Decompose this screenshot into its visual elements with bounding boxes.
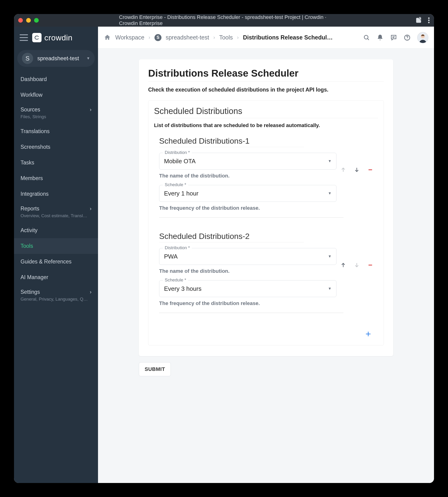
logo[interactable]: crowdin (32, 33, 73, 42)
maximize-window-button[interactable] (34, 18, 39, 23)
add-distribution-button[interactable]: ＋ (364, 329, 372, 338)
distribution-field: Distribution * PWA ▼ (159, 248, 336, 265)
sidebar-item-integrations[interactable]: Integrations (14, 186, 98, 202)
search-icon[interactable] (363, 34, 370, 41)
chevron-right-icon: › (237, 34, 239, 41)
chevron-right-icon: › (213, 34, 215, 41)
select-value: Every 3 hours (164, 285, 201, 292)
block-controls (340, 166, 374, 173)
project-avatar: S (22, 53, 33, 64)
field-label: Distribution * (163, 245, 192, 250)
home-icon[interactable] (104, 34, 111, 41)
extension-icon[interactable] (415, 17, 422, 24)
user-avatar[interactable] (417, 32, 428, 43)
minimize-window-button[interactable] (26, 18, 31, 23)
sidebar-item-ai-manager[interactable]: AI Manager (14, 270, 98, 285)
section-description: List of distributions that are scheduled… (154, 122, 378, 128)
chevron-right-icon: › (90, 206, 92, 212)
app-window: Crowdin Enterprise - Distributions Relea… (14, 14, 434, 483)
caret-down-icon: ▼ (328, 159, 332, 163)
chat-icon[interactable] (390, 34, 397, 41)
select-value: PWA (164, 253, 177, 260)
sidebar-item-members[interactable]: Members (14, 171, 98, 186)
project-name: spreadsheet-test (37, 55, 82, 62)
field-helper: The frequency of the distribution releas… (159, 300, 378, 307)
browser-menu-icon[interactable] (428, 17, 430, 24)
sidebar-item-dashboard[interactable]: Dashboard (14, 71, 98, 87)
remove-button[interactable] (367, 262, 374, 269)
chevron-right-icon: › (90, 107, 92, 113)
select-value: Every 1 hour (164, 190, 198, 197)
sidebar: crowdin S spreadsheet-test ▼ Dashboard W… (14, 27, 98, 483)
breadcrumb-project-chip: S (155, 34, 161, 41)
breadcrumb-current: Distributions Release Schedul… (243, 34, 333, 41)
window-title: Crowdin Enterprise - Distributions Relea… (119, 14, 329, 26)
breadcrumb-project[interactable]: spreadsheet-test (166, 34, 209, 41)
sidebar-item-sub: Files, Strings (20, 114, 91, 119)
sidebar-item-workflow[interactable]: Workflow (14, 87, 98, 103)
chevron-right-icon: › (149, 34, 150, 41)
sidebar-item-activity[interactable]: Activity (14, 223, 98, 238)
field-label: Schedule * (163, 182, 188, 187)
help-icon[interactable] (404, 34, 411, 41)
schedule-select[interactable]: Every 3 hours ▼ (159, 280, 336, 297)
distribution-select[interactable]: PWA ▼ (159, 248, 336, 265)
schedule-select[interactable]: Every 1 hour ▼ (159, 185, 336, 202)
breadcrumb: Workspace › S spreadsheet-test › Tools ›… (104, 34, 360, 41)
svg-point-4 (364, 35, 368, 39)
caret-down-icon: ▼ (86, 56, 90, 60)
move-up-button (340, 166, 347, 173)
svg-point-0 (419, 17, 421, 19)
sidebar-item-sources[interactable]: Sources› Files, Strings (14, 103, 98, 123)
block-title: Scheduled Distributions-1 (159, 137, 378, 146)
distribution-select[interactable]: Mobile OTA ▼ (159, 153, 336, 170)
field-helper: The frequency of the distribution releas… (159, 205, 378, 211)
field-label: Schedule * (163, 277, 188, 283)
svg-point-3 (428, 22, 429, 23)
scheduled-block: Scheduled Distributions-2 Distribution *… (154, 232, 378, 327)
svg-line-5 (368, 38, 369, 40)
chevron-right-icon: › (90, 289, 92, 295)
sidebar-item-settings[interactable]: Settings› General, Privacy, Languages, Q… (14, 285, 98, 306)
svg-point-1 (428, 17, 429, 19)
block-title: Scheduled Distributions-2 (159, 232, 378, 241)
svg-point-2 (428, 20, 429, 21)
logo-mark-icon (32, 33, 42, 42)
block-controls (340, 262, 374, 269)
window-controls (18, 18, 39, 23)
hamburger-menu[interactable] (20, 34, 28, 41)
remove-button[interactable] (367, 166, 374, 173)
project-switcher[interactable]: S spreadsheet-test ▼ (17, 50, 95, 67)
titlebar: Crowdin Enterprise - Distributions Relea… (14, 14, 434, 27)
caret-down-icon: ▼ (328, 287, 332, 291)
sidebar-item-screenshots[interactable]: Screenshots (14, 139, 98, 155)
move-down-button[interactable] (353, 166, 360, 173)
field-helper: The name of the distribution. (159, 173, 378, 179)
sidebar-item-translations[interactable]: Translations (14, 123, 98, 139)
schedule-field: Schedule * Every 3 hours ▼ (159, 280, 336, 297)
sidebar-nav: Dashboard Workflow Sources› Files, Strin… (14, 71, 98, 306)
submit-button[interactable]: SUBMIT (139, 362, 171, 376)
schedule-field: Schedule * Every 1 hour ▼ (159, 185, 336, 202)
sidebar-item-tools[interactable]: Tools (14, 238, 98, 254)
sidebar-item-tasks[interactable]: Tasks (14, 155, 98, 171)
scheduled-block: Scheduled Distributions-1 Distribution *… (154, 137, 378, 232)
move-up-button[interactable] (340, 262, 347, 269)
breadcrumb-workspace[interactable]: Workspace (115, 34, 144, 41)
move-down-button (353, 262, 360, 269)
field-helper: The name of the distribution. (159, 268, 378, 274)
header: Workspace › S spreadsheet-test › Tools ›… (98, 27, 434, 49)
bell-icon[interactable] (377, 34, 384, 41)
caret-down-icon: ▼ (328, 191, 332, 195)
scheduled-section: Scheduled Distributions List of distribu… (148, 101, 384, 345)
sidebar-item-sub: General, Privacy, Languages, Q… (20, 297, 91, 302)
field-label: Distribution * (163, 150, 192, 155)
close-window-button[interactable] (18, 18, 23, 23)
sidebar-item-sub: Overview, Cost estimate, Transl… (20, 213, 91, 218)
sidebar-item-reports[interactable]: Reports› Overview, Cost estimate, Transl… (14, 202, 98, 223)
page-title: Distributions Release Scheduler (148, 68, 384, 79)
section-title: Scheduled Distributions (154, 106, 378, 116)
sidebar-item-guides[interactable]: Guides & References (14, 254, 98, 270)
main-card: Distributions Release Scheduler Check th… (139, 59, 393, 356)
breadcrumb-tools[interactable]: Tools (219, 34, 233, 41)
